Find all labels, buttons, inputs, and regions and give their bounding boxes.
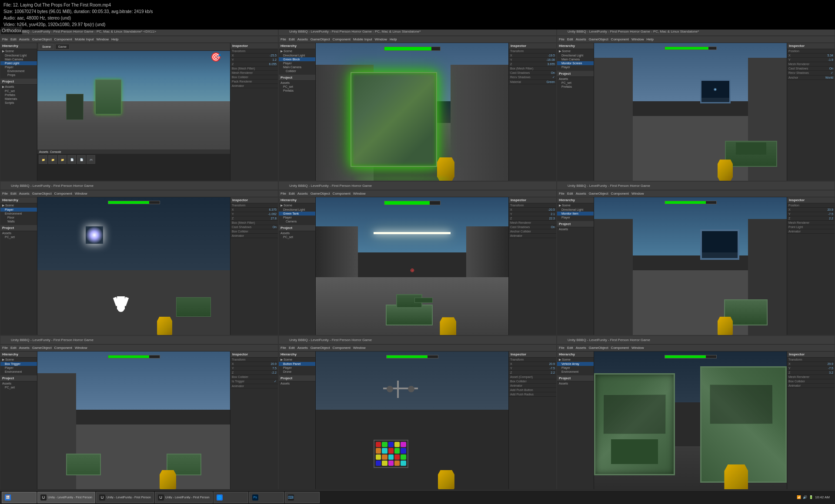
m4-window[interactable]: Window bbox=[75, 192, 87, 196]
m8-file[interactable]: File bbox=[281, 346, 286, 350]
tree-7b[interactable]: Box Trigger bbox=[0, 362, 37, 366]
m7-window[interactable]: Window bbox=[75, 346, 87, 350]
tree-7a[interactable]: ▶ Scene bbox=[0, 358, 37, 362]
tree-5e[interactable]: Camera bbox=[279, 219, 315, 223]
project-item-1d[interactable]: Materials bbox=[0, 97, 37, 101]
proj-8a[interactable]: Assets bbox=[279, 381, 315, 385]
tree-9a[interactable]: ▶ Scene bbox=[557, 358, 594, 362]
menu-mobile-2[interactable]: Mobile Input bbox=[353, 37, 372, 41]
m9-assets[interactable]: Assets bbox=[576, 346, 586, 350]
proj-4a[interactable]: Assets bbox=[0, 231, 37, 235]
proj-7b[interactable]: PC_set bbox=[0, 385, 37, 389]
m5-file[interactable]: File bbox=[281, 192, 286, 196]
m9-window[interactable]: Window bbox=[631, 346, 644, 350]
taskbar-item-unity-2[interactable]: U Unity - LevelFunity - First Person bbox=[96, 492, 154, 503]
project-item-1c[interactable]: Prefabs bbox=[0, 93, 37, 97]
menu-file-1[interactable]: File bbox=[2, 37, 8, 41]
tree-2b[interactable]: Directional Light bbox=[279, 53, 315, 57]
tree-2c[interactable]: Green Block bbox=[279, 57, 315, 61]
proj-2a[interactable]: Assets bbox=[279, 81, 315, 85]
tree-4d[interactable]: Floor bbox=[0, 216, 37, 219]
proj-4b[interactable]: PC_set bbox=[0, 235, 37, 239]
project-item-1a[interactable]: ▶ Assets bbox=[0, 85, 37, 89]
tree-9b[interactable]: Vehicle Array bbox=[557, 362, 594, 366]
m8-go[interactable]: GameObject bbox=[311, 346, 330, 350]
tree-7c[interactable]: Player bbox=[0, 366, 37, 370]
tree-item-1d[interactable]: Point Light bbox=[0, 61, 37, 65]
tree-6b[interactable]: Directional Light bbox=[557, 208, 594, 212]
menu-mobile-1[interactable]: Mobile Input bbox=[75, 37, 94, 41]
asset-icon-1c[interactable]: 📁 bbox=[58, 155, 67, 164]
tree-3c[interactable]: Main Camera bbox=[557, 57, 594, 61]
asset-icon-1a[interactable]: 📁 bbox=[39, 155, 47, 164]
taskbar-item-code[interactable]: ⌨ bbox=[285, 492, 320, 503]
menu-edit-1[interactable]: Edit bbox=[10, 37, 17, 41]
m7-edit[interactable]: Edit bbox=[10, 346, 17, 350]
proj-2b[interactable]: PC_set bbox=[279, 85, 315, 89]
tree-6a[interactable]: ▶ Scene bbox=[557, 203, 594, 208]
tree-6c[interactable]: Monitor Item bbox=[557, 212, 594, 216]
menu-edit-2[interactable]: Edit bbox=[289, 37, 295, 41]
tree-item-1f[interactable]: Environment bbox=[0, 69, 37, 73]
taskbar-item-browser[interactable]: 🌐 bbox=[214, 492, 248, 503]
m8-window[interactable]: Window bbox=[353, 346, 365, 350]
m6-window[interactable]: Window bbox=[631, 192, 644, 196]
menu-component-2[interactable]: Component bbox=[333, 37, 351, 41]
tree-item-1a[interactable]: ▶ Scene bbox=[0, 49, 37, 53]
m6-file[interactable]: File bbox=[559, 192, 564, 196]
m9-edit[interactable]: Edit bbox=[567, 346, 573, 350]
m9-file[interactable]: File bbox=[559, 346, 564, 350]
tree-6d[interactable]: Player bbox=[557, 216, 594, 219]
proj-7a[interactable]: Assets bbox=[0, 381, 37, 385]
menu-assets-1[interactable]: Assets bbox=[19, 37, 30, 41]
m4-edit[interactable]: Edit bbox=[10, 192, 17, 196]
m4-comp[interactable]: Component bbox=[54, 192, 72, 196]
m9-go[interactable]: GameObject bbox=[589, 346, 608, 350]
asset-icon-1b[interactable]: 📁 bbox=[48, 155, 57, 164]
console-tab-1[interactable]: Console bbox=[50, 150, 61, 153]
m6-edit[interactable]: Edit bbox=[567, 192, 573, 196]
tree-3b[interactable]: Directional Light bbox=[557, 53, 594, 57]
menu-window-2[interactable]: Window bbox=[375, 37, 387, 41]
m7-go[interactable]: GameObject bbox=[32, 346, 52, 350]
tree-4b[interactable]: Player bbox=[0, 208, 37, 212]
asset-icon-1f[interactable]: 🎮 bbox=[87, 155, 95, 164]
proj-5b[interactable]: PC_set bbox=[279, 235, 315, 239]
tree-3a[interactable]: ▶ Scene bbox=[557, 49, 594, 53]
m7-assets[interactable]: Assets bbox=[19, 346, 30, 350]
m5-window[interactable]: Window bbox=[353, 192, 365, 196]
tree-item-1c[interactable]: Main Camera bbox=[0, 57, 37, 61]
tree-item-1g[interactable]: Props bbox=[0, 73, 37, 77]
menu-file-2[interactable]: File bbox=[281, 37, 286, 41]
menu-window-1[interactable]: Window bbox=[97, 37, 109, 41]
taskbar-item-unity-3[interactable]: U Unity - LevelFunity - First Person bbox=[155, 492, 213, 503]
menu-window-3[interactable]: Window bbox=[631, 37, 644, 41]
menu-help-2[interactable]: Help bbox=[390, 37, 397, 41]
m6-go[interactable]: GameObject bbox=[589, 192, 608, 196]
tree-3d[interactable]: Monitor Screen bbox=[557, 61, 594, 65]
m4-file[interactable]: File bbox=[2, 192, 8, 196]
tree-4c[interactable]: Environment bbox=[0, 212, 37, 216]
m8-comp[interactable]: Component bbox=[333, 346, 351, 350]
proj-5a[interactable]: Assets bbox=[279, 231, 315, 235]
proj-3c[interactable]: Prefabs bbox=[557, 85, 594, 89]
proj-6a[interactable]: Assets bbox=[557, 227, 594, 231]
taskbar-item-unity-1[interactable]: U Unity - LevelFunity - First Person bbox=[37, 492, 95, 503]
menu-edit-3[interactable]: Edit bbox=[567, 37, 573, 41]
tree-item-1b[interactable]: Directional Light bbox=[0, 53, 37, 57]
proj-2c[interactable]: Prefabs bbox=[279, 89, 315, 93]
project-item-1e[interactable]: Scripts bbox=[0, 101, 37, 105]
tree-5b[interactable]: Directional Light bbox=[279, 208, 315, 212]
m5-comp[interactable]: Component bbox=[333, 192, 351, 196]
m9-comp[interactable]: Component bbox=[611, 346, 629, 350]
tree-9d[interactable]: Environment bbox=[557, 370, 594, 374]
m4-go[interactable]: GameObject bbox=[32, 192, 52, 196]
menu-gameobject-1[interactable]: GameObject bbox=[32, 37, 52, 41]
asset-icon-1d[interactable]: 📄 bbox=[67, 155, 76, 164]
m6-comp[interactable]: Component bbox=[611, 192, 629, 196]
tree-8a[interactable]: ▶ Scene bbox=[279, 358, 315, 362]
m7-comp[interactable]: Component bbox=[54, 346, 72, 350]
m8-edit[interactable]: Edit bbox=[289, 346, 295, 350]
tree-5c[interactable]: Green Tank bbox=[279, 212, 315, 216]
game-tab-1[interactable]: Game bbox=[55, 44, 70, 50]
